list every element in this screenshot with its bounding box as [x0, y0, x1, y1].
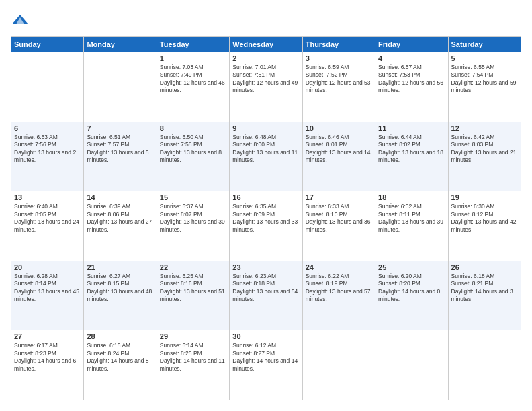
day-info: Sunrise: 6:32 AM Sunset: 8:11 PM Dayligh… [378, 203, 445, 234]
calendar-cell: 16Sunrise: 6:35 AM Sunset: 8:09 PM Dayli… [230, 191, 302, 261]
day-number: 12 [451, 124, 518, 132]
day-number: 20 [14, 263, 81, 271]
calendar-cell [84, 52, 157, 122]
day-info: Sunrise: 6:28 AM Sunset: 8:14 PM Dayligh… [14, 273, 81, 304]
day-info: Sunrise: 6:25 AM Sunset: 8:16 PM Dayligh… [160, 273, 226, 304]
day-info: Sunrise: 6:12 AM Sunset: 8:27 PM Dayligh… [232, 342, 299, 373]
day-number: 26 [451, 263, 518, 271]
calendar-cell: 22Sunrise: 6:25 AM Sunset: 8:16 PM Dayli… [157, 261, 229, 330]
day-info: Sunrise: 6:22 AM Sunset: 8:19 PM Dayligh… [306, 273, 372, 304]
calendar-week-3: 13Sunrise: 6:40 AM Sunset: 8:05 PM Dayli… [11, 191, 521, 261]
day-number: 27 [14, 332, 81, 340]
calendar-week-2: 6Sunrise: 6:53 AM Sunset: 7:56 PM Daylig… [11, 122, 521, 191]
day-number: 23 [232, 263, 299, 271]
calendar-cell: 3Sunrise: 6:59 AM Sunset: 7:52 PM Daylig… [302, 52, 375, 122]
calendar-table: SundayMondayTuesdayWednesdayThursdayFrid… [11, 36, 521, 400]
logo-icon [11, 11, 30, 30]
calendar-cell: 21Sunrise: 6:27 AM Sunset: 8:15 PM Dayli… [84, 261, 157, 330]
day-info: Sunrise: 6:17 AM Sunset: 8:23 PM Dayligh… [14, 342, 81, 373]
day-number: 1 [160, 54, 226, 62]
day-info: Sunrise: 6:35 AM Sunset: 8:09 PM Dayligh… [232, 203, 299, 234]
day-info: Sunrise: 6:55 AM Sunset: 7:54 PM Dayligh… [451, 64, 518, 95]
day-number: 17 [306, 193, 372, 201]
day-number: 7 [87, 124, 153, 132]
logo [11, 11, 32, 30]
calendar-cell: 17Sunrise: 6:33 AM Sunset: 8:10 PM Dayli… [302, 191, 375, 261]
day-info: Sunrise: 6:18 AM Sunset: 8:21 PM Dayligh… [451, 273, 518, 304]
calendar-cell: 30Sunrise: 6:12 AM Sunset: 8:27 PM Dayli… [230, 330, 302, 400]
day-number: 18 [378, 193, 445, 201]
day-number: 5 [451, 54, 518, 62]
day-info: Sunrise: 6:30 AM Sunset: 8:12 PM Dayligh… [451, 203, 518, 234]
weekday-header-monday: Monday [84, 37, 157, 52]
calendar-cell: 27Sunrise: 6:17 AM Sunset: 8:23 PM Dayli… [11, 330, 84, 400]
day-info: Sunrise: 6:51 AM Sunset: 7:57 PM Dayligh… [87, 134, 153, 165]
calendar-cell: 5Sunrise: 6:55 AM Sunset: 7:54 PM Daylig… [448, 52, 521, 122]
weekday-header-thursday: Thursday [302, 37, 375, 52]
calendar-cell: 28Sunrise: 6:15 AM Sunset: 8:24 PM Dayli… [84, 330, 157, 400]
day-info: Sunrise: 6:27 AM Sunset: 8:15 PM Dayligh… [87, 273, 153, 304]
calendar-cell: 9Sunrise: 6:48 AM Sunset: 8:00 PM Daylig… [230, 122, 302, 191]
day-number: 4 [378, 54, 445, 62]
day-info: Sunrise: 6:42 AM Sunset: 8:03 PM Dayligh… [451, 134, 518, 165]
day-info: Sunrise: 6:46 AM Sunset: 8:01 PM Dayligh… [306, 134, 372, 165]
calendar-cell: 14Sunrise: 6:39 AM Sunset: 8:06 PM Dayli… [84, 191, 157, 261]
calendar-cell: 20Sunrise: 6:28 AM Sunset: 8:14 PM Dayli… [11, 261, 84, 330]
day-info: Sunrise: 6:50 AM Sunset: 7:58 PM Dayligh… [160, 134, 226, 165]
calendar-cell: 19Sunrise: 6:30 AM Sunset: 8:12 PM Dayli… [448, 191, 521, 261]
day-info: Sunrise: 6:15 AM Sunset: 8:24 PM Dayligh… [87, 342, 153, 373]
calendar-cell: 7Sunrise: 6:51 AM Sunset: 7:57 PM Daylig… [84, 122, 157, 191]
calendar-cell [302, 330, 375, 400]
day-number: 3 [306, 54, 372, 62]
calendar-cell: 6Sunrise: 6:53 AM Sunset: 7:56 PM Daylig… [11, 122, 84, 191]
day-number: 24 [306, 263, 372, 271]
calendar-cell: 11Sunrise: 6:44 AM Sunset: 8:02 PM Dayli… [375, 122, 448, 191]
calendar-cell [375, 330, 448, 400]
calendar-cell: 8Sunrise: 6:50 AM Sunset: 7:58 PM Daylig… [157, 122, 229, 191]
day-info: Sunrise: 6:39 AM Sunset: 8:06 PM Dayligh… [87, 203, 153, 234]
day-number: 16 [232, 193, 299, 201]
calendar-cell: 1Sunrise: 7:03 AM Sunset: 7:49 PM Daylig… [157, 52, 229, 122]
day-number: 8 [160, 124, 226, 132]
weekday-header-friday: Friday [375, 37, 448, 52]
day-number: 14 [87, 193, 153, 201]
calendar-cell: 25Sunrise: 6:20 AM Sunset: 8:20 PM Dayli… [375, 261, 448, 330]
calendar-cell: 2Sunrise: 7:01 AM Sunset: 7:51 PM Daylig… [230, 52, 302, 122]
day-number: 11 [378, 124, 445, 132]
day-number: 30 [232, 332, 299, 340]
day-number: 13 [14, 193, 81, 201]
calendar-cell [448, 330, 521, 400]
calendar-cell: 10Sunrise: 6:46 AM Sunset: 8:01 PM Dayli… [302, 122, 375, 191]
day-info: Sunrise: 6:40 AM Sunset: 8:05 PM Dayligh… [14, 203, 81, 234]
day-info: Sunrise: 6:33 AM Sunset: 8:10 PM Dayligh… [306, 203, 372, 234]
calendar-cell [11, 52, 84, 122]
weekday-header-row: SundayMondayTuesdayWednesdayThursdayFrid… [11, 37, 521, 52]
calendar-cell: 18Sunrise: 6:32 AM Sunset: 8:11 PM Dayli… [375, 191, 448, 261]
day-number: 9 [232, 124, 299, 132]
day-info: Sunrise: 6:53 AM Sunset: 7:56 PM Dayligh… [14, 134, 81, 165]
day-number: 28 [87, 332, 153, 340]
calendar-cell: 15Sunrise: 6:37 AM Sunset: 8:07 PM Dayli… [157, 191, 229, 261]
calendar-cell: 13Sunrise: 6:40 AM Sunset: 8:05 PM Dayli… [11, 191, 84, 261]
day-info: Sunrise: 7:03 AM Sunset: 7:49 PM Dayligh… [160, 64, 226, 95]
calendar-week-1: 1Sunrise: 7:03 AM Sunset: 7:49 PM Daylig… [11, 52, 521, 122]
day-info: Sunrise: 6:44 AM Sunset: 8:02 PM Dayligh… [378, 134, 445, 165]
weekday-header-tuesday: Tuesday [157, 37, 229, 52]
day-info: Sunrise: 6:37 AM Sunset: 8:07 PM Dayligh… [160, 203, 226, 234]
day-info: Sunrise: 6:57 AM Sunset: 7:53 PM Dayligh… [378, 64, 445, 95]
calendar-cell: 4Sunrise: 6:57 AM Sunset: 7:53 PM Daylig… [375, 52, 448, 122]
day-number: 6 [14, 124, 81, 132]
day-info: Sunrise: 6:20 AM Sunset: 8:20 PM Dayligh… [378, 273, 445, 304]
calendar-cell: 23Sunrise: 6:23 AM Sunset: 8:18 PM Dayli… [230, 261, 302, 330]
day-number: 22 [160, 263, 226, 271]
page-header [11, 11, 521, 30]
calendar-cell: 24Sunrise: 6:22 AM Sunset: 8:19 PM Dayli… [302, 261, 375, 330]
day-number: 29 [160, 332, 226, 340]
weekday-header-saturday: Saturday [448, 37, 521, 52]
day-info: Sunrise: 6:59 AM Sunset: 7:52 PM Dayligh… [306, 64, 372, 95]
day-number: 10 [306, 124, 372, 132]
day-number: 15 [160, 193, 226, 201]
calendar-cell: 26Sunrise: 6:18 AM Sunset: 8:21 PM Dayli… [448, 261, 521, 330]
calendar-week-5: 27Sunrise: 6:17 AM Sunset: 8:23 PM Dayli… [11, 330, 521, 400]
calendar-week-4: 20Sunrise: 6:28 AM Sunset: 8:14 PM Dayli… [11, 261, 521, 330]
